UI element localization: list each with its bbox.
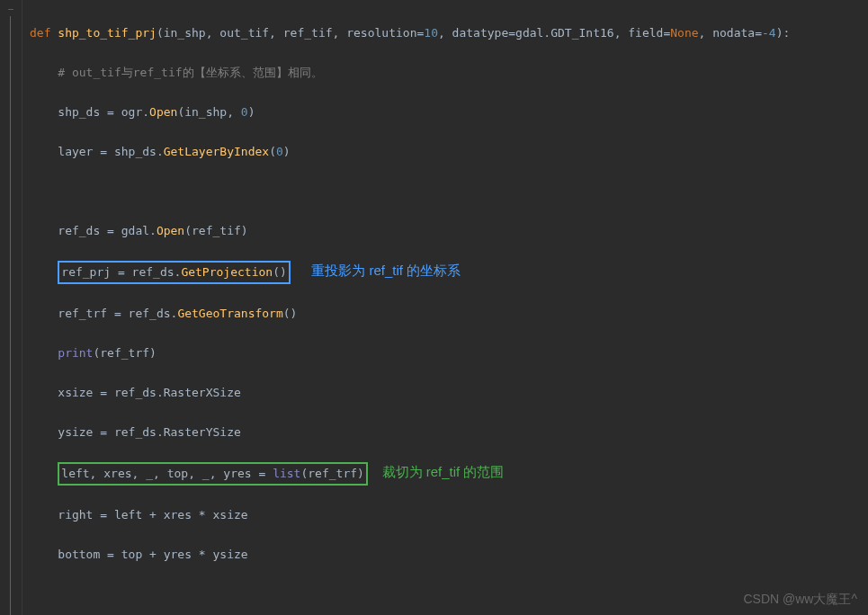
code-line: left, xres, _, top, _, yres = list(ref_t…	[30, 462, 846, 486]
gutter: −	[0, 0, 22, 615]
collapse-toggle[interactable]: −	[0, 4, 22, 16]
code-line: ref_ds = gdal.Open(ref_tif)	[30, 221, 846, 241]
code-line: ref_trf = ref_ds.GetGeoTransform()	[30, 304, 846, 324]
code-line: bottom = top + yres * ysize	[30, 545, 846, 565]
code-line	[30, 182, 846, 201]
annotation-green: 裁切为 ref_tif 的范围	[382, 462, 505, 482]
watermark: CSDN @ww大魔王^	[743, 592, 857, 608]
annotation-blue: 重投影为 ref_tif 的坐标系	[311, 261, 461, 281]
code-editor: − def shp_to_tif_prj(in_shp, out_tif, re…	[0, 0, 868, 615]
code-line: shp_ds = ogr.Open(in_shp, 0)	[30, 102, 846, 122]
code-line: ref_prj = ref_ds.GetProjection() 重投影为 re…	[30, 261, 846, 284]
code-line: right = left + xres * xsize	[30, 505, 846, 525]
code-line: print(ref_trf)	[30, 343, 846, 363]
code-line: xsize = ref_ds.RasterXSize	[30, 383, 846, 403]
code-line	[30, 584, 846, 604]
code-line: layer = shp_ds.GetLayerByIndex(0)	[30, 142, 846, 162]
code-area[interactable]: def shp_to_tif_prj(in_shp, out_tif, ref_…	[22, 0, 846, 615]
code-line: # out_tif与ref_tif的【坐标系、范围】相同。	[30, 63, 846, 83]
code-line: def shp_to_tif_prj(in_shp, out_tif, ref_…	[30, 23, 846, 43]
highlighted-line-blue: ref_prj = ref_ds.GetProjection()	[58, 261, 290, 284]
code-line: ysize = ref_ds.RasterYSize	[30, 423, 846, 442]
highlighted-line-green: left, xres, _, top, _, yres = list(ref_t…	[58, 462, 368, 486]
